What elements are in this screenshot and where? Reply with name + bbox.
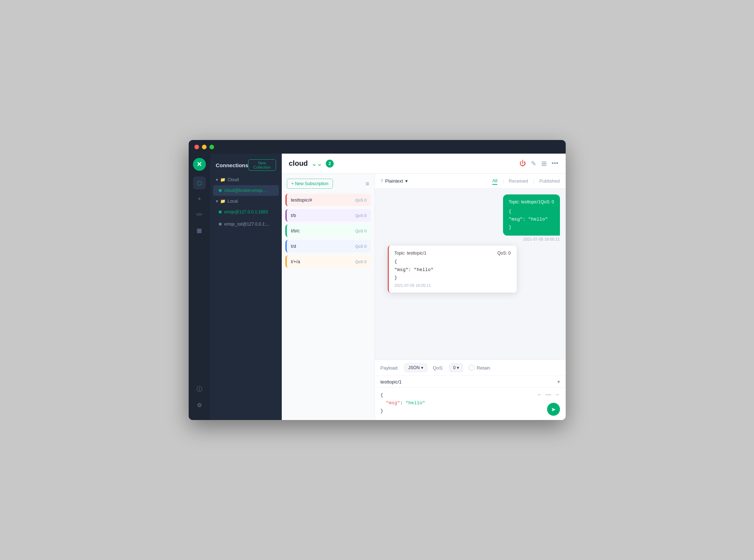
sub-topic-tbc: t/b/c [291, 228, 300, 233]
sidebar-item-settings[interactable]: ⚙ [193, 399, 206, 411]
sub-item-tb[interactable]: t/b QoS 0 [285, 209, 371, 222]
msg-line1-out: { [509, 208, 554, 216]
sub-item-tbc[interactable]: t/b/c QoS 0 [285, 225, 371, 237]
edit-icon[interactable]: ✎ [531, 160, 536, 168]
msg-line2-in: "msg": "hello" [395, 266, 511, 274]
message-bubble-outgoing: Topic: testtopic/1 QoS: 0 { "msg": "hell… [503, 194, 560, 236]
undo-icon[interactable]: ← [537, 391, 543, 398]
format-selector[interactable]: ? Plaintext ▾ [381, 178, 408, 184]
group-cloud-label: Cloud [228, 177, 239, 182]
sub-qos-testtopic: QoS 0 [355, 198, 366, 202]
filter-received[interactable]: Received [509, 178, 528, 184]
sub-item-testtopic[interactable]: testtopic/# QoS 0 [285, 194, 371, 206]
sidebar-item-code[interactable]: </> [193, 208, 206, 221]
input-toolbar: Payload: JSON ▾ QoS: 0 ▾ [375, 360, 566, 376]
connections-header: Connections New Collection [210, 154, 282, 175]
payload-val: "hello" [406, 400, 425, 406]
sidebar-item-connections[interactable]: ⬡ [193, 177, 206, 189]
msg-topic-line-in: Topic: testtopic/1 QoS: 0 [395, 251, 511, 256]
retain-label: Retain [477, 365, 490, 371]
sub-qos-tpa: QoS 0 [355, 260, 366, 264]
messages-panel: ? Plaintext ▾ All | Received | Published [375, 174, 566, 420]
message-outgoing: Topic: testtopic/1 QoS: 0 { "msg": "hell… [503, 194, 560, 241]
sidebar-item-add[interactable]: ＋ [193, 192, 206, 205]
connection-item-cloud[interactable]: cloud@broker.emqx.... [213, 185, 279, 196]
format-dropdown[interactable]: JSON ▾ [404, 363, 427, 372]
app-window: ✕ ⬡ ＋ </> ▦ ⓘ ⚙ Connections New Collecti… [189, 140, 566, 420]
send-button[interactable]: ➤ [547, 403, 560, 416]
minimize-button[interactable] [202, 145, 207, 149]
sub-item-td[interactable]: t/d QoS 0 [285, 240, 371, 252]
message-incoming: Topic: testtopic/1 QoS: 0 { "msg": "hell… [388, 246, 517, 292]
filter-all[interactable]: All [492, 177, 497, 185]
new-subscription-button[interactable]: + New Subscription [287, 179, 333, 189]
sidebar-item-data[interactable]: ▦ [193, 224, 206, 237]
msg-topic-line-out: Topic: testtopic/1 QoS: 0 [509, 199, 554, 206]
payload-actions: ← — → [537, 391, 560, 398]
sub-qos-tbc: QoS 0 [355, 229, 366, 233]
filter-tabs: All | Received | Published [492, 177, 560, 185]
group-cloud[interactable]: ▾ 📁 Cloud [210, 175, 282, 184]
icon-sidebar-bottom: ⓘ ⚙ [193, 383, 206, 416]
main-layout: ✕ ⬡ ＋ </> ▦ ⓘ ⚙ Connections New Collecti… [189, 154, 566, 420]
sub-item-tpa[interactable]: t/+/a QoS 0 [285, 255, 371, 268]
messages-toolbar: ? Plaintext ▾ All | Received | Published [375, 174, 566, 189]
connection-name-ssl: emqx_ssl@127.0.0.1:... [224, 222, 270, 227]
redo-icon[interactable]: → [554, 391, 560, 398]
topic-row: testtopic/1 ▾ [375, 376, 566, 388]
sidebar-item-info[interactable]: ⓘ [193, 383, 206, 396]
sub-header: + New Subscription ≡ [282, 174, 374, 192]
payload-area[interactable]: { "msg": "hello" } ← — → [375, 388, 566, 420]
msg-line1-in: { [395, 258, 511, 266]
topic-value[interactable]: testtopic/1 [381, 379, 402, 385]
chevron-down-icon[interactable]: ⌄⌄ [311, 160, 322, 168]
status-dot-green [219, 189, 222, 192]
retain-circle-icon [469, 365, 474, 371]
payload-colon: : [400, 400, 406, 406]
split-view: + New Subscription ≡ testtopic/# QoS 0 t… [282, 174, 566, 420]
maximize-button[interactable] [209, 145, 214, 149]
payload-label: Payload: [381, 365, 399, 371]
qos-dropdown[interactable]: 0 ▾ [449, 363, 463, 372]
msg-topic-in: Topic: testtopic/1 [395, 251, 426, 256]
new-collection-button[interactable]: New Collection [248, 159, 276, 171]
msg-line3-in: } [395, 274, 511, 282]
payload-line2: "msg": "hello" [381, 399, 560, 407]
input-area: Payload: JSON ▾ QoS: 0 ▾ [375, 359, 566, 420]
more-icon[interactable]: ••• [552, 160, 559, 167]
connection-item-emqx[interactable]: emqx@127.0.0.1:1883 [213, 207, 279, 217]
close-button[interactable] [194, 145, 199, 149]
group-local[interactable]: ▾ 📁 Local [210, 197, 282, 206]
title-bar [189, 140, 566, 154]
power-icon[interactable]: ⏻ [519, 160, 526, 167]
chevron-down-icon: ▾ [216, 177, 218, 182]
connection-title: cloud [289, 159, 308, 168]
format-label: Plaintext [385, 178, 403, 184]
msg-timestamp-in: 2021-07-05 16:05:11 [395, 283, 511, 288]
folder-icon-local: 📁 [220, 199, 226, 204]
status-dot-ssl [219, 223, 222, 226]
clear-icon[interactable]: — [546, 391, 551, 398]
top-bar-left: cloud ⌄⌄ 2 [289, 159, 334, 168]
sub-topic-testtopic: testtopic/# [291, 197, 312, 203]
topic-chevron-icon: ▾ [557, 379, 560, 385]
connections-title: Connections [216, 162, 248, 168]
sub-topic-td: t/d [291, 243, 296, 249]
connection-item-emqx-ssl[interactable]: emqx_ssl@127.0.0.1:... [213, 219, 279, 230]
connections-panel: Connections New Collection ▾ 📁 Cloud clo… [210, 154, 282, 420]
connection-badge: 2 [326, 160, 334, 168]
connection-name-cloud: cloud@broker.emqx.... [224, 188, 267, 193]
icon-sidebar: ✕ ⬡ ＋ </> ▦ ⓘ ⚙ [189, 154, 210, 420]
group-local-label: Local [228, 199, 238, 204]
msg-topic-out: Topic: testtopic/1 [509, 199, 541, 206]
sub-list-icon[interactable]: ≡ [366, 180, 369, 188]
payload-line3: } [381, 407, 560, 415]
status-dot-emqx [219, 211, 222, 213]
format-value: JSON [408, 365, 420, 370]
filter-published[interactable]: Published [539, 178, 560, 184]
messages-list: Topic: testtopic/1 QoS: 0 { "msg": "hell… [375, 189, 566, 359]
msg-line2-out: "msg": "hello" [509, 216, 554, 223]
add-connection-icon[interactable]: ⊞ [541, 160, 547, 168]
msg-body-out: { "msg": "hello" } [509, 208, 554, 231]
retain-checkbox[interactable]: Retain [469, 365, 490, 371]
